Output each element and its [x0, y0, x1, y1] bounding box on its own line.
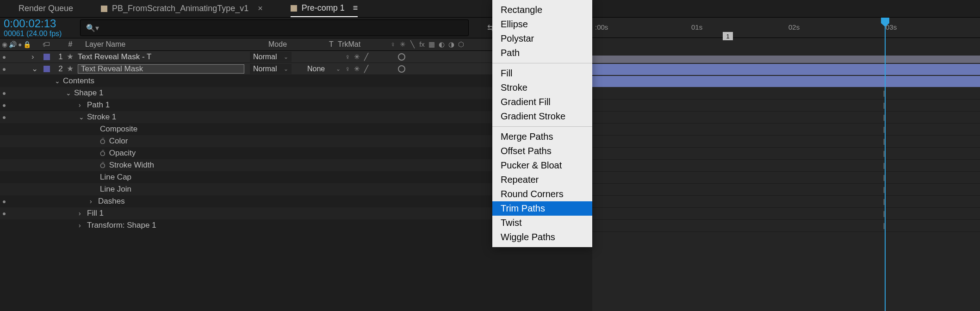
quality-icon[interactable]: ╲ [408, 40, 416, 49]
menu-pucker-bloat[interactable]: Pucker & Bloat [492, 158, 592, 173]
menu-round-corners[interactable]: Round Corners [492, 187, 592, 201]
menu-twist[interactable]: Twist [492, 216, 592, 230]
tick: 02s [788, 23, 800, 31]
layer-index: 1 [55, 52, 67, 62]
tab-comp-2[interactable]: Pre-comp 1 ≡ [291, 0, 358, 17]
twirl-icon[interactable]: ⌄ [55, 77, 63, 85]
time-ruler[interactable]: :00s 01s 02s 03s 1 [592, 18, 980, 38]
menu-fill[interactable]: Fill [492, 66, 592, 81]
twirl-icon[interactable]: › [79, 222, 87, 229]
eye-icon[interactable]: ◉ [2, 41, 7, 48]
tab-label: PB_FromScratch_AnimatingType_v1 [112, 4, 248, 13]
visibility-toggle[interactable]: ● [0, 101, 8, 109]
col-t: T [325, 40, 338, 49]
solo-icon[interactable]: ● [18, 41, 22, 48]
layer-bar-2[interactable] [592, 76, 980, 87]
visibility-toggle[interactable]: ● [0, 53, 8, 61]
stopwatch-icon[interactable]: Ő [100, 162, 105, 169]
menu-gradient-stroke[interactable]: Gradient Stroke [492, 109, 592, 124]
menu-gradient-fill[interactable]: Gradient Fill [492, 95, 592, 109]
chevron-down-icon: ⌄ [284, 66, 288, 72]
trkmat-select[interactable]: None⌄ [304, 64, 343, 74]
composition-marker[interactable]: 1 [723, 32, 733, 40]
tab-comp-1[interactable]: PB_FromScratch_AnimatingType_v1 × [101, 0, 263, 17]
motion-blur-toggle[interactable] [398, 53, 405, 61]
composition-icon [101, 6, 107, 12]
tab-label: Pre-comp 1 [302, 3, 345, 13]
close-icon[interactable]: × [258, 4, 263, 13]
chevron-down-icon: ⌄ [284, 54, 288, 60]
twirl-icon[interactable]: › [79, 101, 87, 109]
layer-name-edit[interactable]: Text Reveal Mask [78, 64, 244, 74]
frame-blend-icon[interactable]: ▦ [428, 40, 436, 49]
search-icon: 🔍▾ [86, 24, 99, 32]
label-color[interactable] [43, 54, 50, 60]
twirl-icon[interactable]: › [90, 198, 98, 205]
menu-stroke[interactable]: Stroke [492, 81, 592, 95]
layer-name[interactable]: Text Reveal Mask - T [78, 52, 250, 62]
label-color[interactable] [43, 66, 50, 72]
col-mode: Mode [268, 40, 325, 49]
adjustment-icon[interactable]: ◑ [447, 40, 455, 49]
lock-icon[interactable]: 🔒 [23, 41, 31, 48]
3d-icon[interactable]: ⬡ [457, 40, 465, 49]
tab-render-queue[interactable]: Render Queue [19, 0, 73, 17]
tick: :00s [595, 23, 608, 31]
visibility-toggle[interactable]: ● [0, 198, 8, 205]
twirl-icon[interactable]: ⌄ [79, 113, 87, 121]
menu-wiggle-paths[interactable]: Wiggle Paths [492, 230, 592, 244]
twirl-icon[interactable]: › [31, 52, 40, 62]
visibility-toggle[interactable]: ● [0, 65, 8, 73]
timecode[interactable]: 0:00:02:13 [4, 18, 62, 30]
work-area-bar[interactable] [592, 56, 980, 63]
motion-blur-toggle[interactable] [398, 65, 405, 73]
col-trkmat: TrkMat [338, 40, 389, 49]
layer-switches[interactable]: ♀✳╱ [343, 53, 370, 61]
audio-icon[interactable]: 🔊 [9, 41, 17, 48]
trkmat-select [304, 52, 343, 62]
menu-path[interactable]: Path [492, 46, 592, 60]
shape-layer-icon: ★ [67, 52, 78, 62]
shy-icon[interactable]: ♀ [389, 40, 397, 49]
twirl-icon[interactable]: ⌄ [31, 64, 40, 74]
chevron-down-icon: ⌄ [336, 66, 341, 72]
menu-offset-paths[interactable]: Offset Paths [492, 144, 592, 158]
twirl-icon[interactable]: ⌄ [66, 89, 74, 97]
fx-icon[interactable]: fx [418, 40, 426, 49]
tag-icon[interactable]: 🏷 [43, 40, 50, 48]
timeline[interactable]: :00s 01s 02s 03s 1 I I I I I I I I I I I… [592, 18, 980, 311]
tabs-bar: Render Queue PB_FromScratch_AnimatingTyp… [0, 0, 980, 18]
stopwatch-icon[interactable]: Ő [100, 137, 105, 145]
layer-index: 2 [55, 64, 67, 74]
blend-mode-select[interactable]: Normal⌄ [250, 64, 292, 74]
panel-menu-icon[interactable]: ≡ [353, 3, 358, 13]
menu-merge-paths[interactable]: Merge Paths [492, 130, 592, 144]
col-num: # [61, 40, 80, 49]
menu-rectangle[interactable]: Rectangle [492, 3, 592, 17]
menu-separator [492, 126, 592, 127]
layer-bar-1[interactable] [592, 64, 980, 75]
stopwatch-icon[interactable]: Ő [100, 149, 105, 157]
menu-ellipse[interactable]: Ellipse [492, 17, 592, 31]
layer-switches[interactable]: ♀✳╱ [343, 65, 370, 73]
menu-repeater[interactable]: Repeater [492, 173, 592, 187]
visibility-toggle[interactable]: ● [0, 113, 8, 121]
switches-header: ♀ ✳ ╲ fx ▦ ◐ ◑ ⬡ [389, 40, 481, 49]
menu-separator [492, 63, 592, 63]
visibility-toggle[interactable]: ● [0, 210, 8, 217]
menu-trim-paths[interactable]: Trim Paths [492, 201, 592, 216]
playhead[interactable] [885, 18, 886, 311]
add-shape-context-menu: Rectangle Ellipse Polystar Path Fill Str… [492, 0, 592, 247]
twirl-icon[interactable]: › [79, 210, 87, 217]
tab-label: Render Queue [19, 4, 73, 13]
menu-polystar[interactable]: Polystar [492, 31, 592, 46]
timecode-block[interactable]: 0:00:02:13 00061 (24.00 fps) [4, 18, 62, 38]
col-layer-name: Layer Name [80, 40, 268, 49]
visibility-toggle[interactable]: ● [0, 89, 8, 97]
tick: 01s [691, 23, 702, 31]
blend-mode-select[interactable]: Normal⌄ [250, 52, 292, 62]
shape-layer-icon: ★ [67, 64, 78, 74]
motion-blur-icon[interactable]: ◐ [437, 40, 446, 49]
cont-raster-icon[interactable]: ✳ [398, 40, 407, 49]
search-input[interactable]: 🔍▾ [80, 19, 469, 36]
